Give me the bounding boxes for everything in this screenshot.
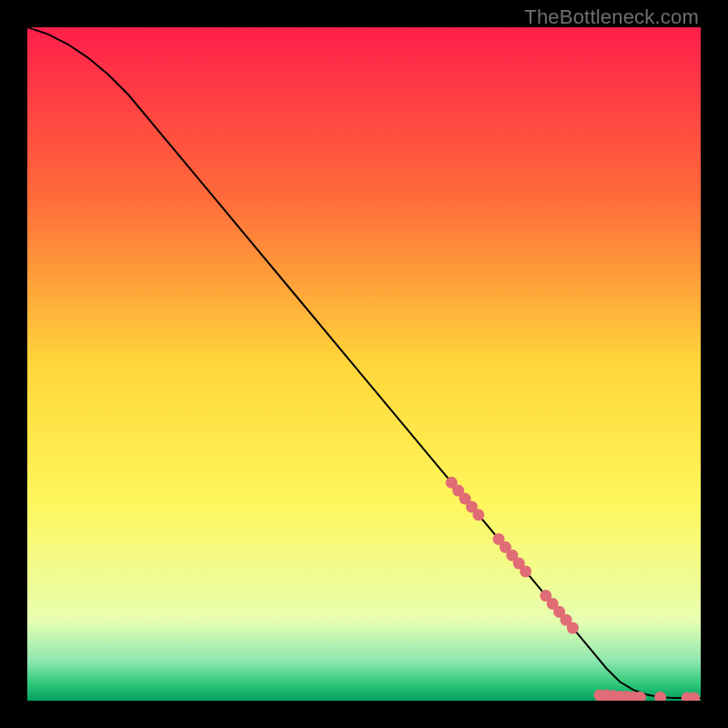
chart-svg [27,27,701,701]
watermark-text: TheBottleneck.com [524,5,699,29]
marker-point [520,565,531,577]
chart-background [27,27,701,701]
marker-point [472,509,484,521]
chart-frame [27,27,701,701]
marker-point [567,622,579,634]
